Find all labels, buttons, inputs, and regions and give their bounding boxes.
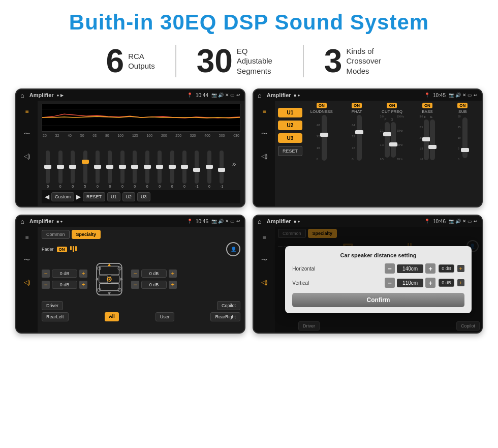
driver-btn-br[interactable]: Driver [298,321,320,331]
rearleft-btn-bl[interactable]: RearLeft [42,312,69,321]
wave-icon[interactable]: 〜 [20,127,34,140]
speaker-icon-br[interactable]: ◁) [258,276,271,289]
on-sub[interactable]: ON [457,103,468,108]
on-phat[interactable]: ON [352,103,362,108]
eq-slider-5: 0 [108,151,112,188]
user-btn-br[interactable]: User [401,333,420,334]
next-arrow[interactable]: ▶ [76,193,81,200]
svg-point-12 [118,267,121,270]
cross-main: Common Specialty Fader ON 👤 [38,227,244,333]
reset-btn-tl[interactable]: RESET [83,192,105,201]
speaker-icon-tr[interactable]: ◁) [258,150,271,163]
eq-icon[interactable]: ≡ [20,105,34,118]
ch-right-2: − 0 dB + [131,281,177,289]
on-loudness[interactable]: ON [317,103,327,108]
u1-btn-tl[interactable]: U1 [107,192,120,201]
phat-slider[interactable] [357,115,362,161]
reset-btn-tr[interactable]: RESET [278,146,302,156]
speaker-icon[interactable]: ◁) [20,150,34,163]
br-plus-db-2[interactable]: + [457,279,464,286]
amp-screen: ⌂ Amplifier ■ ● 📍 10:45 📷 🔊 ✕ ▭ ↩ ≡ 〜 ◁)… [253,88,483,207]
wave-icon-bl[interactable]: 〜 [20,253,34,266]
rearright-btn-br[interactable]: RearRight [450,333,480,334]
cross-last-row: RearLeft All User RearRight [42,312,240,321]
tab-specialty[interactable]: Specialty [72,230,101,239]
wave-icon-br[interactable]: 〜 [258,253,271,266]
rearleft-btn-br[interactable]: RearLef... [298,333,328,334]
copilot-btn-bl[interactable]: Copilot [217,301,240,310]
plus-right-2[interactable]: + [169,281,177,289]
plus-left-1[interactable]: + [79,270,87,278]
speaker-icon-bl[interactable]: ◁) [20,276,34,289]
eq-slider-1: 0 [58,151,63,188]
u3-btn[interactable]: U3 [278,133,302,143]
eq-icon-br[interactable]: ≡ [258,231,271,244]
eq-slider-11: 0 [182,151,186,188]
minus-left-2[interactable]: − [42,281,50,289]
cutfreq-slider-f[interactable] [385,122,390,158]
minus-left-1[interactable]: − [42,270,50,278]
stat-crossover-text: Kinds ofCrossover Modes [346,46,392,76]
bass-slider-g[interactable] [430,120,435,160]
prev-arrow[interactable]: ◀ [45,193,49,200]
db-right-2: 0 dB [141,281,167,289]
svg-rect-5 [100,266,119,275]
eq-freq-labels: 2532405063 80100125160200 25032040050063… [42,134,240,137]
on-bass[interactable]: ON [422,103,432,108]
user-btn-bl[interactable]: User [155,312,174,321]
fader-on[interactable]: ON [57,247,67,252]
confirm-button[interactable]: Confirm [292,293,464,307]
dots-tr: ■ ● [294,93,300,98]
eq-slider-10: 0 [170,151,174,188]
vertical-plus[interactable]: + [425,278,435,288]
left-icons: ≡ 〜 ◁) [16,101,38,206]
bass-slider-f[interactable] [424,120,429,160]
crossover-body: ≡ 〜 ◁) Common Specialty Fader ON [16,227,244,333]
app-name-tl: Amplifier [29,92,54,98]
user-icon-bl[interactable]: 👤 [226,242,240,256]
ch-sub: ON SUB 20151050 [447,103,479,204]
db-left-1: 0 dB [52,270,77,278]
loudness-slider[interactable] [322,115,327,161]
horizontal-minus[interactable]: − [385,263,395,274]
horizontal-label: Horizontal [292,266,382,272]
vertical-label: Vertical [292,280,382,286]
eq-slider-0: 0 [46,151,50,188]
wave-icon-tr[interactable]: 〜 [258,127,271,140]
rearright-btn-bl[interactable]: RearRight [210,312,240,321]
minus-right-2[interactable]: − [131,281,139,289]
cross-tabs: Common Specialty [42,230,240,239]
sub-slider[interactable] [462,117,468,158]
cutfreq-slider-g[interactable] [391,122,396,158]
plus-right-1[interactable]: + [169,270,177,278]
plus-left-2[interactable]: + [79,281,87,289]
u2-btn-tl[interactable]: U2 [122,192,136,201]
eq-slider-12: -1 [195,151,199,188]
copilot-btn-br[interactable]: Copilot [456,321,480,331]
minus-right-1[interactable]: − [131,270,139,278]
time-bl: 10:46 [196,219,208,224]
u3-btn-tl[interactable]: U3 [137,192,150,201]
fader-bars [70,246,77,252]
vertical-minus[interactable]: − [385,278,395,288]
br-bottom-btns: Driver Copilot [298,321,480,331]
tab-common[interactable]: Common [42,230,70,239]
driver-btn-bl[interactable]: Driver [42,301,63,310]
br-plus-db-1[interactable]: + [457,265,464,272]
u1-btn[interactable]: U1 [278,108,302,117]
all-btn-bl[interactable]: All [105,312,119,321]
preset-custom[interactable]: Custom [51,192,74,201]
br-body: ≡ 〜 ◁) Common Specialty — — ON [254,227,482,333]
car-diagram [91,261,127,297]
eq-icon-tr[interactable]: ≡ [258,105,271,118]
all-btn-br[interactable]: All [357,333,371,334]
on-cutfreq[interactable]: ON [387,103,397,108]
screenshots-grid: ⌂ Amplifier ● ▶ 📍 10:44 📷 🔊 ✕ ▭ ↩ ≡ 〜 ◁) [15,88,483,334]
eq-icon-bl[interactable]: ≡ [20,231,34,244]
status-bar-bl: ⌂ Amplifier ■ ● 📍 10:46 📷 🔊 ✕ ▭ ↩ [16,216,244,227]
stat-crossover: 3 Kinds ofCrossover Modes [304,45,413,77]
horizontal-plus[interactable]: + [425,263,435,274]
page-title: Buith-in 30EQ DSP Sound System [15,10,483,35]
u2-btn[interactable]: U2 [278,121,302,130]
eq-sliders[interactable]: 0 0 0 [42,139,240,190]
